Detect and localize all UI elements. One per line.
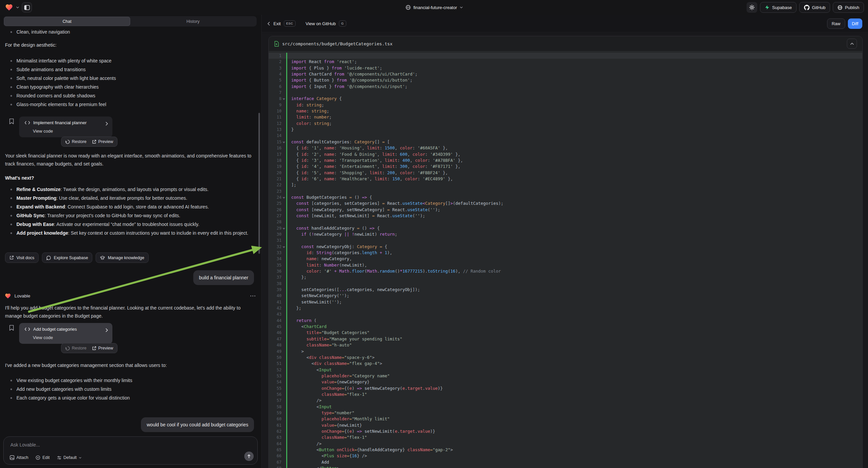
tab-history[interactable]: History bbox=[130, 17, 256, 26]
line-number: 18 bbox=[269, 157, 286, 164]
design-heading: For the design aesthetic: bbox=[5, 41, 255, 49]
visit-docs-button[interactable]: Visit docs bbox=[5, 253, 39, 263]
app-window: financial-future-creator Supabase GitHub bbox=[0, 0, 868, 468]
diff-toggle-button[interactable]: Diff bbox=[848, 19, 862, 29]
code-line: 68 </Button> bbox=[269, 465, 862, 468]
send-button[interactable] bbox=[244, 451, 254, 461]
code-line: 24const BudgetCategories = () => { bbox=[269, 195, 862, 200]
code-text: { id: '4', name: 'Entertainment', limit:… bbox=[286, 164, 862, 170]
code-line: 63 className="flex-1" bbox=[269, 434, 862, 440]
view-on-github-button[interactable]: View on GitHub bbox=[306, 21, 336, 26]
bullet-dot bbox=[10, 380, 12, 381]
list-item: Clean typography with clear hierarchies bbox=[5, 83, 255, 91]
code-text: id: string; bbox=[286, 102, 862, 108]
explore-supabase-button[interactable]: Explore Supabase bbox=[42, 253, 92, 263]
fold-chevron-icon[interactable] bbox=[282, 246, 285, 248]
code-line: 23 bbox=[269, 188, 862, 195]
preview-button[interactable]: Preview bbox=[92, 139, 113, 144]
collapse-file-button[interactable] bbox=[847, 39, 857, 49]
exit-button[interactable]: Exit bbox=[274, 21, 281, 26]
code-line: 38 bbox=[269, 281, 862, 287]
edit-button[interactable]: Edit bbox=[36, 455, 50, 460]
restore-preview-toolbar: Restore Preview bbox=[61, 343, 118, 353]
code-text: color: string; bbox=[286, 120, 862, 126]
code-text: }; bbox=[286, 274, 862, 280]
code-text: onChange={(e) => setNewCategory(e.target… bbox=[286, 385, 862, 391]
code-text: value={newLimit} bbox=[286, 422, 862, 429]
prompt-input-box[interactable]: Ask Lovable... Attach Edit bbox=[3, 436, 258, 465]
code-line: 6import { Input } from '@/components/ui/… bbox=[269, 84, 862, 90]
bookmark-icon[interactable] bbox=[9, 325, 14, 331]
fold-chevron-icon[interactable] bbox=[282, 228, 285, 230]
line-number: 54 bbox=[269, 379, 286, 385]
bullet-text: Add new budget categories with custom li… bbox=[17, 385, 112, 393]
sidebar-toggle-button[interactable] bbox=[22, 2, 32, 12]
code-text: <Input bbox=[286, 367, 862, 373]
bullet-dot bbox=[10, 215, 12, 216]
code-line: 5import { Button } from '@/components/ui… bbox=[269, 77, 862, 83]
fold-chevron-icon[interactable] bbox=[282, 142, 285, 143]
chevron-down-icon bbox=[460, 6, 463, 8]
code-line: 44 return ( bbox=[269, 318, 862, 324]
chevron-right-icon bbox=[105, 328, 108, 332]
tab-chat[interactable]: Chat bbox=[4, 17, 130, 26]
version-card-add-budget-categories[interactable]: Add budget categories View code bbox=[19, 323, 113, 344]
chat-scrollbar[interactable] bbox=[258, 113, 260, 254]
list-item: Rounded corners and subtle shadows bbox=[5, 91, 255, 100]
restore-icon bbox=[65, 346, 70, 351]
restore-button[interactable]: Restore bbox=[65, 346, 87, 351]
line-number: 38 bbox=[269, 281, 286, 287]
lovable-logo-icon[interactable] bbox=[5, 3, 13, 11]
fold-chevron-icon[interactable] bbox=[282, 197, 285, 199]
code-line: 18 { id: '3', name: 'Transportation', li… bbox=[269, 157, 862, 164]
code-line: 36 color: '#' + Math.floor(Math.random()… bbox=[269, 268, 862, 274]
bullet-text: Each category gets a unique color for vi… bbox=[17, 394, 130, 402]
project-switcher[interactable]: financial-future-creator bbox=[405, 0, 463, 15]
attach-button[interactable]: Attach bbox=[10, 455, 28, 460]
code-line: 37 }; bbox=[269, 274, 862, 280]
code-text: /> bbox=[286, 441, 862, 447]
list-item: GitHub Sync: Transfer your project's cod… bbox=[5, 211, 255, 220]
file-header[interactable]: src/components/budget/BudgetCategories.t… bbox=[269, 36, 862, 51]
line-number: 59 bbox=[269, 410, 286, 416]
github-button[interactable]: GitHub bbox=[799, 2, 830, 13]
chevron-down-icon[interactable] bbox=[16, 6, 19, 8]
line-number: 48 bbox=[269, 342, 286, 348]
line-number: 4 bbox=[269, 71, 286, 77]
line-number: 25 bbox=[269, 200, 286, 206]
assistant-name: Lovable bbox=[14, 293, 30, 298]
preview-button[interactable]: Preview bbox=[92, 346, 113, 351]
bullet-text: Master Prompting: Use clear, detailed, a… bbox=[17, 194, 187, 202]
assistant-paragraph: I'll help you add budget categories to t… bbox=[5, 304, 255, 320]
settings-button[interactable] bbox=[747, 2, 757, 13]
line-number: 7 bbox=[269, 90, 286, 96]
code-text: <Input bbox=[286, 404, 862, 410]
code-line: 2import React from 'react'; bbox=[269, 59, 862, 65]
line-number: 41 bbox=[269, 299, 286, 305]
code-line: 1 bbox=[269, 53, 862, 59]
bullet-dot bbox=[10, 232, 12, 234]
view-code-link[interactable]: View code bbox=[33, 335, 53, 340]
raw-toggle-button[interactable]: Raw bbox=[827, 19, 845, 29]
list-item: Refine & Customize: Tweak the design, an… bbox=[5, 185, 255, 194]
more-menu-icon[interactable] bbox=[250, 295, 255, 296]
code-editor[interactable]: 12import React from 'react';3import { Pl… bbox=[269, 52, 862, 468]
version-card-implement-financial-planner[interactable]: Implement financial planner View code bbox=[19, 117, 113, 137]
publish-button[interactable]: Publish bbox=[833, 2, 864, 13]
chat-bubble-icon bbox=[46, 256, 51, 260]
supabase-button[interactable]: Supabase bbox=[760, 2, 797, 13]
code-line: 21 { id: '6', name: 'Healthcare', limit:… bbox=[269, 176, 862, 182]
model-selector[interactable]: Default bbox=[57, 455, 82, 460]
code-text bbox=[286, 53, 862, 59]
code-text: value={newCategory} bbox=[286, 379, 862, 385]
line-number: 55 bbox=[269, 385, 286, 391]
bullet-text: Expand with Backend: Connect Supabase to… bbox=[17, 202, 209, 211]
bookmark-icon[interactable] bbox=[9, 118, 14, 124]
globe-icon bbox=[405, 5, 411, 10]
fold-chevron-icon[interactable] bbox=[282, 98, 285, 100]
code-text bbox=[286, 311, 862, 317]
view-code-link[interactable]: View code bbox=[33, 128, 53, 134]
manage-knowledge-button[interactable]: Manage knowledge bbox=[96, 253, 148, 263]
line-number: 65 bbox=[269, 447, 286, 453]
restore-button[interactable]: Restore bbox=[65, 139, 87, 144]
